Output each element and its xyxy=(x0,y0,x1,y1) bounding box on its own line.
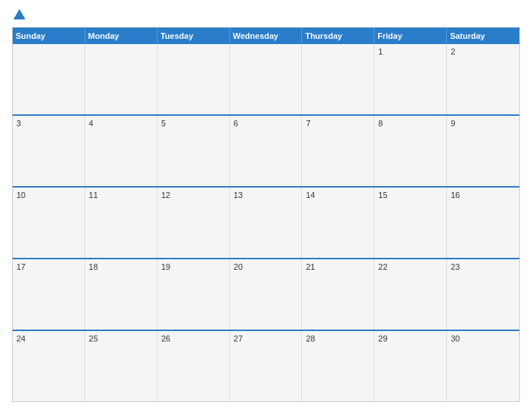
day-cell: 10 xyxy=(13,188,85,258)
calendar-grid: SundayMondayTuesdayWednesdayThursdayFrid… xyxy=(12,27,520,402)
day-cell: 5 xyxy=(158,116,230,186)
day-cell: 15 xyxy=(374,188,447,258)
day-number: 22 xyxy=(378,262,442,271)
day-cell: 9 xyxy=(447,116,519,186)
week-row-4: 17181920212223 xyxy=(13,258,519,330)
day-number: 7 xyxy=(306,119,370,128)
day-cell: 25 xyxy=(85,331,158,401)
day-header-monday: Monday xyxy=(85,28,158,44)
day-number: 25 xyxy=(89,334,153,343)
day-number: 28 xyxy=(306,334,370,343)
week-row-5: 24252627282930 xyxy=(13,330,519,401)
day-number: 20 xyxy=(234,262,298,271)
day-header-thursday: Thursday xyxy=(302,28,374,44)
day-header-sunday: Sunday xyxy=(13,28,85,44)
day-number: 11 xyxy=(89,191,153,200)
day-header-friday: Friday xyxy=(374,28,447,44)
day-number: 19 xyxy=(161,262,226,271)
day-header-wednesday: Wednesday xyxy=(230,28,303,44)
day-cell: 21 xyxy=(302,259,374,330)
day-number: 18 xyxy=(89,262,153,271)
day-cell: 28 xyxy=(302,331,374,401)
logo-row1 xyxy=(12,9,25,21)
day-cell: 7 xyxy=(302,116,374,186)
day-number: 10 xyxy=(16,191,81,200)
week-row-3: 10111213141516 xyxy=(13,186,519,258)
day-number: 2 xyxy=(451,47,516,56)
day-cell xyxy=(85,44,158,114)
day-cell: 24 xyxy=(13,331,85,401)
day-number: 29 xyxy=(378,334,442,343)
day-cell: 6 xyxy=(230,116,303,186)
day-cell: 16 xyxy=(447,188,519,258)
day-number: 9 xyxy=(451,119,516,128)
day-cell: 3 xyxy=(13,116,85,186)
day-number: 8 xyxy=(378,119,442,128)
day-number: 12 xyxy=(161,191,226,200)
day-cell: 22 xyxy=(374,259,447,330)
day-number: 1 xyxy=(378,47,442,56)
day-cell xyxy=(230,44,303,114)
day-cell: 11 xyxy=(85,188,158,258)
day-cell: 1 xyxy=(374,44,447,114)
day-number: 13 xyxy=(234,191,298,200)
day-cell: 26 xyxy=(158,331,230,401)
day-header-tuesday: Tuesday xyxy=(158,28,230,44)
logo-triangle-icon xyxy=(13,9,25,19)
day-cell: 23 xyxy=(447,259,519,330)
day-cell: 18 xyxy=(85,259,158,330)
day-number: 21 xyxy=(306,262,370,271)
day-cell xyxy=(302,44,374,114)
day-cell: 4 xyxy=(85,116,158,186)
day-number: 6 xyxy=(234,119,298,128)
logo-block xyxy=(12,9,25,21)
day-number: 23 xyxy=(451,262,516,271)
day-number: 14 xyxy=(306,191,370,200)
day-cell: 2 xyxy=(447,44,519,114)
day-cell: 8 xyxy=(374,116,447,186)
day-cell: 17 xyxy=(13,259,85,330)
day-number: 26 xyxy=(161,334,226,343)
day-number: 15 xyxy=(378,191,442,200)
day-cell: 30 xyxy=(447,331,519,401)
day-number: 4 xyxy=(89,119,153,128)
day-cell: 29 xyxy=(374,331,447,401)
day-cell: 20 xyxy=(230,259,303,330)
week-row-1: 12 xyxy=(13,44,519,114)
day-cell: 12 xyxy=(158,188,230,258)
day-number: 30 xyxy=(451,334,516,343)
day-headers-row: SundayMondayTuesdayWednesdayThursdayFrid… xyxy=(13,28,519,44)
day-cell: 27 xyxy=(230,331,303,401)
day-cell xyxy=(13,44,85,114)
day-number: 27 xyxy=(234,334,298,343)
day-number: 5 xyxy=(161,119,226,128)
day-number: 16 xyxy=(451,191,516,200)
week-row-2: 3456789 xyxy=(13,114,519,186)
calendar-page: SundayMondayTuesdayWednesdayThursdayFrid… xyxy=(0,0,532,411)
day-number: 24 xyxy=(16,334,81,343)
day-cell: 19 xyxy=(158,259,230,330)
day-cell: 13 xyxy=(230,188,303,258)
day-number: 3 xyxy=(16,119,81,128)
day-number: 17 xyxy=(16,262,81,271)
day-cell xyxy=(158,44,230,114)
header xyxy=(12,9,520,21)
weeks-container: 1234567891011121314151617181920212223242… xyxy=(13,44,519,401)
logo xyxy=(12,9,25,21)
day-cell: 14 xyxy=(302,188,374,258)
day-header-saturday: Saturday xyxy=(447,28,519,44)
